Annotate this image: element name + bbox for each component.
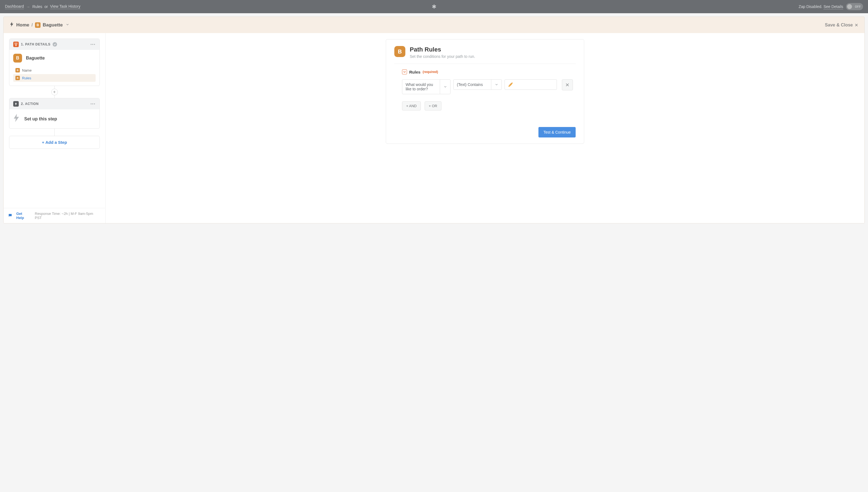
test-continue-button[interactable]: Test & Continue — [538, 127, 576, 138]
chevron-down-icon[interactable] — [66, 23, 69, 27]
editor-header: Home / B Baguette Save & Close — [4, 17, 864, 33]
sidebar-steps: 1. PATH DETAILS ••• B Baguette B — [4, 33, 105, 208]
path-name[interactable]: Baguette — [43, 22, 63, 28]
bolt-icon — [13, 101, 19, 106]
path-substep-name[interactable]: B Name — [13, 66, 96, 74]
zap-enable-toggle[interactable]: OFF — [846, 3, 863, 10]
save-close-button[interactable]: Save & Close — [825, 23, 858, 28]
rule-field-value: What would you like to order? — [402, 80, 440, 94]
close-icon — [854, 23, 858, 27]
path-icon — [13, 42, 19, 47]
path-rules-panel: B Path Rules Set the conditions for your… — [386, 39, 584, 144]
step-action: 2. ACTION ••• Set up this step — [9, 98, 100, 129]
panel-title: Path Rules — [410, 46, 475, 53]
help-bar: Get Help Response Time: ~2h | M-F 9am-5p… — [4, 208, 105, 223]
step-body: B Baguette B Name B Rules — [9, 50, 99, 86]
step-path-details: 1. PATH DETAILS ••• B Baguette B — [9, 39, 100, 86]
breadcrumb-or: or — [44, 4, 48, 9]
svg-point-2 — [15, 43, 16, 44]
step-connector: + — [9, 86, 100, 98]
topbar-right: Zap Disabled. See Details OFF — [799, 3, 863, 10]
setup-step-label: Set up this step — [24, 117, 57, 122]
add-step-button[interactable]: +Add a Step — [9, 136, 100, 149]
panel-subtitle: Set the conditions for your path to run. — [410, 54, 475, 59]
toggle-knob — [847, 4, 852, 9]
bolt-icon — [13, 114, 20, 124]
plus-icon: + — [42, 140, 44, 145]
step-menu-icon[interactable]: ••• — [90, 102, 96, 106]
editor-body: 1. PATH DETAILS ••• B Baguette B — [4, 33, 864, 223]
step-header[interactable]: 2. ACTION ••• — [9, 98, 99, 109]
breadcrumb-rules: Rules — [32, 4, 43, 9]
mini-label: Name — [22, 68, 32, 72]
path-name-value: Baguette — [26, 56, 45, 60]
path-b-badge: B — [394, 46, 405, 57]
panel-footer: Test & Continue — [394, 127, 576, 138]
required-label: (required) — [423, 70, 438, 74]
bolt-icon — [10, 22, 14, 28]
divider — [394, 64, 576, 64]
rule-delete-button[interactable] — [562, 79, 573, 90]
toggle-label: OFF — [855, 5, 861, 8]
status-text: Zap Disabled. See Details — [799, 4, 843, 9]
step-title: 1. PATH DETAILS — [21, 43, 50, 46]
arrow-right-icon: → — [26, 4, 30, 9]
add-and-button[interactable]: + AND — [402, 101, 421, 110]
rule-field-select[interactable]: What would you like to order? — [402, 79, 451, 94]
rule-value-input[interactable]: 🥖 — [505, 79, 557, 90]
help-meta: Response Time: ~2h | M-F 9am-5pm PST — [35, 212, 101, 220]
chat-icon — [8, 213, 13, 218]
rules-label: Rules — [409, 70, 420, 74]
rules-section-label: Rules (required) — [394, 69, 576, 74]
editor-frame: Home / B Baguette Save & Close 1. PATH — [3, 17, 865, 223]
rule-condition-value: (Text) Contains — [454, 80, 491, 90]
path-substep-rules[interactable]: B Rules — [13, 74, 96, 82]
dashboard-link[interactable]: Dashboard — [5, 4, 24, 9]
path-badge: B — [35, 22, 41, 28]
path-icon — [402, 69, 407, 74]
mini-badge: B — [16, 76, 20, 80]
see-details-link[interactable]: See Details — [823, 4, 843, 9]
topbar-left: Dashboard → Rules or View Task History — [5, 4, 80, 9]
add-or-button[interactable]: + OR — [425, 101, 441, 110]
breadcrumb: Home / B Baguette — [10, 22, 69, 28]
logic-buttons: + AND + OR — [394, 101, 576, 110]
step-menu-icon[interactable]: ••• — [90, 43, 96, 46]
svg-point-4 — [16, 46, 16, 46]
rule-condition-select[interactable]: (Text) Contains — [453, 79, 502, 90]
insert-step-button[interactable]: + — [51, 89, 58, 95]
get-help-link[interactable]: Get Help — [16, 212, 31, 220]
sidebar: 1. PATH DETAILS ••• B Baguette B — [4, 33, 105, 223]
svg-point-3 — [17, 43, 17, 44]
chevron-down-icon[interactable] — [440, 80, 450, 94]
step-connector — [9, 129, 100, 136]
step-header[interactable]: 1. PATH DETAILS ••• — [9, 39, 99, 50]
mini-badge: B — [16, 68, 20, 72]
close-icon — [565, 83, 570, 87]
crumb-sep: / — [31, 22, 33, 28]
path-b-badge: B — [13, 54, 22, 63]
task-history-link[interactable]: View Task History — [50, 4, 80, 9]
top-bar: Dashboard → Rules or View Task History ✱… — [0, 0, 868, 13]
action-body[interactable]: Set up this step — [9, 109, 99, 128]
mini-label: Rules — [22, 76, 31, 80]
zapier-logo-icon: ✱ — [432, 3, 436, 10]
crumb-home[interactable]: Home — [16, 22, 29, 28]
path-name-row: B Baguette — [13, 54, 96, 63]
check-circle-icon — [53, 42, 57, 47]
panel-header: B Path Rules Set the conditions for your… — [394, 46, 576, 59]
chevron-down-icon[interactable] — [491, 80, 502, 90]
rule-row: What would you like to order? (Text) Con… — [394, 79, 576, 94]
main-area: B Path Rules Set the conditions for your… — [105, 33, 864, 223]
step-title: 2. ACTION — [21, 102, 39, 106]
